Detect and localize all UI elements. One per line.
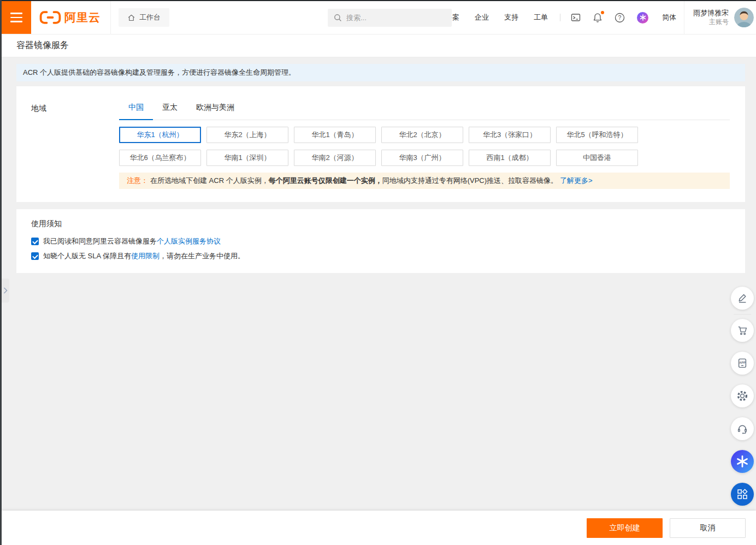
feedback-pencil-icon (737, 293, 748, 304)
user-role: 主账号 (693, 18, 729, 27)
sla-text-post: ，请勿在生产业务中使用。 (160, 251, 245, 261)
region-hongkong[interactable]: 中国香港 (556, 150, 638, 166)
region-zhangjiakou[interactable]: 华北3（张家口） (469, 127, 551, 143)
avatar[interactable] (734, 8, 754, 27)
region-beijing[interactable]: 华北2（北京） (381, 127, 463, 143)
region-ulanqab[interactable]: 华北6（乌兰察布） (119, 150, 201, 166)
tab-asia-pacific[interactable]: 亚太 (153, 102, 187, 120)
agreement-checkbox[interactable] (31, 238, 39, 245)
cloudshell-terminal-icon[interactable] (571, 13, 581, 22)
aliyun-logo-icon (39, 10, 61, 25)
nav-enterprise[interactable]: 企业 (475, 13, 489, 22)
svg-text:?: ? (618, 14, 622, 21)
region-tab-bar: 中国 亚太 欧洲与美洲 (119, 102, 730, 120)
notifications-bell-icon[interactable] (593, 13, 603, 22)
service-agreement-link[interactable]: 个人版实例服务协议 (157, 236, 221, 246)
chevron-right-icon (3, 287, 8, 294)
agreement-row: 我已阅读和同意阿里云容器镜像服务 个人版实例服务协议 (31, 236, 730, 246)
assistant-star-icon (736, 455, 749, 468)
nav-tickets[interactable]: 工单 (534, 13, 548, 22)
toolbar-divider (734, 314, 751, 315)
region-chengdu[interactable]: 西南1（成都） (469, 150, 551, 166)
workbench-button[interactable]: 工作台 (119, 8, 169, 27)
region-notice: 注意： 在所选地域下创建 ACR 个人版实例， 每个阿里云账号仅限创建一个实例，… (119, 173, 730, 189)
region-grid: 华东1（杭州） 华东2（上海） 华北1（青岛） 华北2（北京） 华北3（张家口）… (119, 127, 642, 166)
create-now-button[interactable]: 立即创建 (587, 518, 663, 538)
window-top-edge (0, 0, 756, 1)
notice-text1: 在所选地域下创建 ACR 个人版实例， (150, 176, 269, 186)
region-section: 地域 中国 亚太 欧洲与美洲 华东1（杭州） 华东2（上海） 华北1（青岛） 华… (16, 86, 745, 202)
settings-gear-icon (736, 390, 748, 402)
support-button[interactable] (731, 417, 754, 440)
header-divider-tall (684, 1, 684, 34)
products-button[interactable] (731, 483, 754, 506)
search-icon (334, 14, 342, 22)
notification-dot (601, 11, 604, 14)
agreement-text: 我已阅读和同意阿里云容器镜像服务 (43, 236, 157, 246)
floating-toolbar: APP (730, 287, 754, 516)
cloud-assistant-icon[interactable] (637, 12, 648, 23)
cart-button[interactable] (731, 319, 754, 342)
header-divider (560, 14, 560, 21)
sla-text: 知晓个人版无 SLA 保障且有 (43, 251, 131, 261)
cancel-button[interactable]: 取消 (670, 518, 746, 538)
page-title-bar: 容器镜像服务 (2, 34, 756, 57)
notice-prefix: 注意： (127, 176, 148, 186)
sla-checkbox[interactable] (31, 252, 39, 260)
search-input[interactable] (346, 14, 446, 22)
account-menu[interactable]: 雨梦博雅宋 主账号 (693, 9, 729, 26)
user-name: 雨梦博雅宋 (693, 9, 729, 18)
sidebar-expander[interactable] (2, 279, 9, 303)
region-hohhot[interactable]: 华北5（呼和浩特） (556, 127, 638, 143)
support-headset-icon (737, 423, 748, 434)
aliyun-logo[interactable]: 阿里云 (31, 1, 111, 34)
info-banner-text: ACR 个人版提供基础的容器镜像构建及管理服务，方便进行容器镜像全生命周期管理。 (23, 68, 296, 78)
region-heyuan[interactable]: 华南2（河源） (294, 150, 376, 166)
help-icon[interactable]: ? (615, 13, 625, 23)
window-left-edge (0, 0, 2, 545)
tab-china[interactable]: 中国 (119, 102, 153, 120)
settings-button[interactable] (731, 384, 754, 407)
usage-notice-section: 使用须知 我已阅读和同意阿里云容器镜像服务 个人版实例服务协议 知晓个人版无 S… (16, 209, 745, 273)
nav-support[interactable]: 支持 (504, 13, 518, 22)
app-download-icon: APP (737, 358, 748, 369)
tab-europe-americas[interactable]: 欧洲与美洲 (187, 102, 244, 120)
global-search[interactable] (328, 9, 452, 27)
cart-icon (737, 325, 748, 336)
home-icon (127, 14, 135, 22)
workbench-label: 工作台 (139, 13, 161, 22)
bottom-action-bar: 立即创建 取消 (2, 511, 756, 545)
region-shenzhen[interactable]: 华南1（深圳） (206, 150, 288, 166)
usage-limits-link[interactable]: 使用限制 (131, 251, 160, 261)
notice-bold: 每个阿里云账号仅限创建一个实例， (269, 176, 382, 186)
region-label: 地域 (16, 102, 119, 189)
page-title: 容器镜像服务 (16, 40, 69, 51)
learn-more-link[interactable]: 了解更多> (560, 176, 593, 186)
region-hangzhou[interactable]: 华东1（杭州） (119, 127, 201, 143)
notice-text2: 同地域内支持通过专有网络(VPC)推送、拉取容器镜像。 (382, 176, 558, 186)
svg-text:APP: APP (739, 361, 746, 364)
ai-assistant-button[interactable] (731, 450, 754, 473)
menu-hamburger-button[interactable] (2, 1, 31, 34)
main-content: ACR 个人版提供基础的容器镜像构建及管理服务，方便进行容器镜像全生命周期管理。… (2, 57, 756, 511)
region-guangzhou[interactable]: 华南3（广州） (381, 150, 463, 166)
region-qingdao[interactable]: 华北1（青岛） (294, 127, 376, 143)
feedback-button[interactable] (731, 287, 754, 310)
usage-notice-title: 使用须知 (31, 219, 730, 229)
app-download-button[interactable]: APP (731, 352, 754, 375)
info-banner: ACR 个人版提供基础的容器镜像构建及管理服务，方便进行容器镜像全生命周期管理。 (16, 64, 745, 81)
aliyun-logo-text: 阿里云 (64, 10, 101, 25)
sla-row: 知晓个人版无 SLA 保障且有 使用限制 ，请勿在生产业务中使用。 (31, 251, 730, 261)
region-shanghai[interactable]: 华东2（上海） (206, 127, 288, 143)
language-selector[interactable]: 简体 (662, 13, 676, 22)
products-grid-icon (737, 489, 748, 500)
top-header: 阿里云 工作台 费用 ICP 备案 企业 支持 工单 (2, 1, 756, 34)
